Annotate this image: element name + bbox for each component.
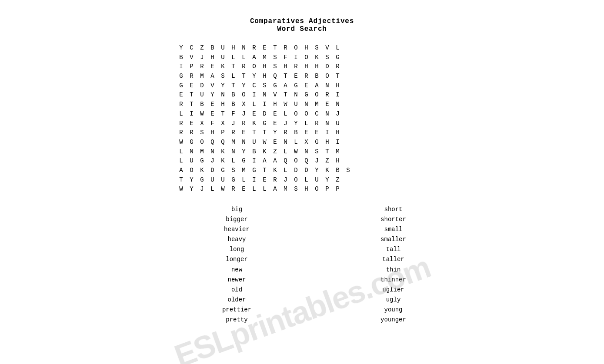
grid-row: REXFXJRKGEJYLRNU — [176, 119, 454, 129]
grid-cell: M — [312, 100, 322, 109]
grid-cell: J — [197, 185, 207, 194]
grid-cell: H — [322, 138, 333, 147]
word-item: newer — [176, 275, 298, 285]
grid-cell: L — [176, 156, 187, 166]
grid-cell: U — [312, 175, 322, 185]
grid-cell: K — [218, 62, 228, 72]
grid-cell: R — [228, 128, 239, 138]
grid-cell: L — [280, 166, 291, 175]
grid-cell: E — [207, 100, 218, 109]
grid-cell: G — [249, 166, 260, 175]
grid-cell: Z — [322, 156, 333, 166]
grid-cell: T — [280, 90, 291, 100]
word-item: ugly — [333, 295, 454, 305]
grid-cell: K — [197, 166, 207, 175]
grid-cell: S — [260, 81, 270, 91]
grid-cell: I — [176, 62, 187, 72]
grid-cell: G — [260, 119, 270, 129]
grid-cell: H — [280, 62, 291, 72]
title-line2: Word Search — [150, 25, 454, 33]
grid-cell: R — [239, 62, 249, 72]
grid-cell: T — [176, 175, 187, 185]
grid-cell: B — [333, 166, 343, 175]
word-item: heavier — [176, 225, 298, 235]
grid-cell: H — [333, 81, 343, 91]
grid-cell: R — [333, 62, 343, 72]
word-item: big — [176, 205, 298, 215]
grid-cell: H — [260, 72, 270, 81]
word-item: heavy — [176, 235, 298, 245]
grid-cell: I — [187, 109, 197, 119]
word-item: smaller — [333, 235, 454, 245]
grid-cell: T — [228, 62, 239, 72]
grid-cell: N — [322, 119, 333, 129]
grid-cell: F — [280, 53, 291, 63]
grid-cell: L — [301, 175, 312, 185]
grid-cell: D — [207, 166, 218, 175]
grid-cell: V — [187, 53, 197, 63]
words-column-left: bigbiggerheavierheavylonglongernewnewero… — [176, 205, 298, 325]
word-item: younger — [333, 315, 454, 325]
grid-cell: O — [239, 90, 249, 100]
grid-cell: A — [312, 81, 322, 91]
grid-cell: R — [239, 119, 249, 129]
grid-cell: E — [270, 109, 280, 119]
grid-cell: N — [301, 100, 312, 109]
grid-cell: Q — [280, 156, 291, 166]
page: Comparatives Adjectives Word Search YCZB… — [150, 17, 454, 325]
grid-cell: L — [260, 185, 270, 194]
grid-cell: H — [218, 100, 228, 109]
grid-cell: I — [260, 100, 270, 109]
grid-cell: M — [197, 72, 207, 81]
word-item: shorter — [333, 215, 454, 225]
grid-cell: L — [176, 109, 187, 119]
grid-cell: K — [260, 147, 270, 157]
words-column-right: shortshortersmallsmallertalltallerthinth… — [333, 205, 454, 325]
grid-cell: S — [218, 72, 228, 81]
grid-cell: U — [218, 43, 228, 53]
grid-cell: N — [187, 147, 197, 157]
grid-cell: R — [228, 185, 239, 194]
grid-cell: R — [270, 175, 280, 185]
grid-cell: W — [280, 100, 291, 109]
grid-cell: L — [228, 156, 239, 166]
grid-cell: K — [218, 156, 228, 166]
grid-row: RRSHPRETTYRBEEIH — [176, 128, 454, 138]
grid-cell: B — [197, 100, 207, 109]
word-item: uglier — [333, 285, 454, 295]
grid-cell: R — [249, 43, 260, 53]
grid-cell: Q — [270, 72, 280, 81]
grid-cell: Y — [176, 43, 187, 53]
grid-cell: T — [249, 128, 260, 138]
grid-cell: X — [301, 138, 312, 147]
grid-cell: H — [312, 62, 322, 72]
word-item: new — [176, 265, 298, 275]
grid-cell: K — [322, 166, 333, 175]
grid-cell: C — [312, 109, 322, 119]
word-item: longer — [176, 255, 298, 265]
grid-cell: G — [312, 138, 322, 147]
grid-cell: E — [187, 119, 197, 129]
grid-cell: N — [333, 100, 343, 109]
grid-cell: M — [280, 185, 291, 194]
grid-cell: A — [270, 156, 280, 166]
grid-cell: L — [291, 138, 301, 147]
grid-cell: Q — [207, 138, 218, 147]
grid-cell: M — [239, 166, 249, 175]
grid-cell: M — [197, 147, 207, 157]
grid-cell: T — [228, 81, 239, 91]
grid-cell: A — [249, 53, 260, 63]
grid-cell: P — [333, 185, 343, 194]
grid-cell: E — [270, 119, 280, 129]
grid-cell: G — [176, 72, 187, 81]
grid-cell: M — [333, 147, 343, 157]
grid-cell: L — [280, 147, 291, 157]
grid-cell: M — [260, 53, 270, 63]
grid-cell: V — [207, 81, 218, 91]
grid-cell: I — [333, 138, 343, 147]
grid-cell: K — [249, 119, 260, 129]
word-item: short — [333, 205, 454, 215]
grid-cell: F — [207, 119, 218, 129]
grid-cell: E — [322, 100, 333, 109]
grid-cell: B — [207, 43, 218, 53]
